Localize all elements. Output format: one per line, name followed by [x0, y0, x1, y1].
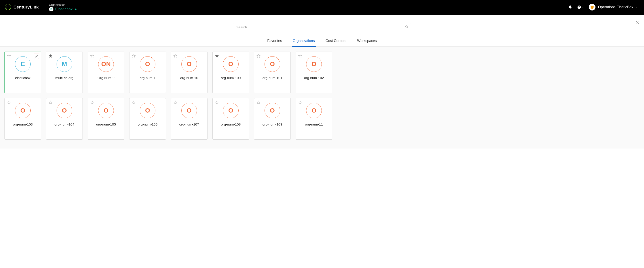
org-card-label: multi-cc-org: [56, 76, 74, 80]
tab-cost-centers[interactable]: Cost Centers: [325, 37, 347, 46]
svg-rect-7: [6, 8, 8, 10]
org-badge-icon: E: [49, 7, 54, 11]
org-card[interactable]: Oorg-num-1: [129, 52, 166, 93]
favorite-star-icon[interactable]: [90, 100, 94, 105]
org-card-label: org-num-10: [180, 76, 198, 80]
org-card[interactable]: ONOrg Num 0: [88, 52, 124, 93]
svg-rect-2: [10, 5, 11, 6]
org-card[interactable]: Mmulti-cc-org: [46, 52, 83, 93]
svg-rect-4: [10, 8, 11, 9]
org-avatar: M: [56, 56, 72, 72]
favorite-star-icon[interactable]: [48, 100, 52, 105]
org-card[interactable]: Eelasticbox: [4, 52, 41, 93]
org-avatar: O: [223, 103, 238, 118]
org-card[interactable]: Oorg-num-106: [129, 98, 166, 140]
svg-rect-10: [5, 5, 7, 6]
caret-down-icon: [636, 7, 638, 8]
favorite-star-icon[interactable]: [173, 54, 177, 59]
user-name: Operations ElasticBox: [598, 5, 633, 9]
tab-favorites[interactable]: Favorites: [267, 37, 282, 46]
favorite-star-icon[interactable]: [132, 54, 136, 59]
org-avatar: E: [15, 56, 31, 72]
org-avatar: O: [181, 56, 197, 72]
org-card[interactable]: Oorg-num-10: [171, 52, 208, 93]
org-avatar: O: [98, 103, 114, 118]
edit-button[interactable]: [34, 54, 39, 59]
svg-rect-1: [9, 4, 10, 6]
org-card[interactable]: Oorg-num-108: [212, 98, 249, 140]
org-card-label: org-num-103: [13, 122, 33, 126]
org-card-label: org-num-106: [138, 122, 158, 126]
org-row[interactable]: E Elasticbox: [49, 7, 76, 11]
favorite-star-icon[interactable]: [215, 54, 219, 59]
search-icon: [405, 25, 408, 29]
org-avatar: O: [306, 56, 322, 72]
brand-block: CenturyLink: [5, 4, 39, 10]
favorite-star-icon[interactable]: [298, 100, 302, 105]
help-icon[interactable]: ?: [577, 5, 584, 9]
org-avatar: ON: [98, 56, 114, 72]
close-button[interactable]: [635, 20, 640, 25]
notifications-icon[interactable]: [568, 5, 572, 9]
svg-rect-5: [9, 8, 10, 10]
org-grid: EelasticboxMmulti-cc-orgONOrg Num 0Oorg-…: [4, 52, 640, 140]
favorite-star-icon[interactable]: [48, 54, 52, 59]
brand-logo-icon: [5, 4, 11, 10]
user-menu[interactable]: Operations ElasticBox: [589, 4, 638, 10]
header-right: ? Operations ElasticBox: [568, 4, 638, 10]
grid-area: EelasticboxMmulti-cc-orgONOrg Num 0Oorg-…: [0, 47, 644, 149]
org-avatar: O: [56, 103, 72, 118]
org-card-label: elasticbox: [15, 76, 31, 80]
svg-rect-6: [8, 9, 8, 10]
org-card-label: org-num-107: [179, 122, 199, 126]
org-card[interactable]: Oorg-num-11: [296, 98, 332, 140]
org-card-label: org-num-101: [262, 76, 282, 80]
user-avatar-icon: [589, 4, 596, 10]
org-card-label: Org Num 0: [98, 76, 114, 80]
org-card-label: org-num-109: [262, 122, 282, 126]
favorite-star-icon[interactable]: [298, 54, 302, 59]
search-input[interactable]: [233, 23, 411, 31]
favorite-star-icon[interactable]: [132, 100, 136, 105]
org-card[interactable]: Oorg-num-102: [296, 52, 332, 93]
favorite-star-icon[interactable]: [90, 54, 94, 59]
tab-organizations[interactable]: Organizations: [292, 37, 315, 46]
org-name: Elasticbox: [55, 7, 72, 11]
org-avatar: O: [181, 103, 197, 118]
org-card-label: org-num-1: [140, 76, 156, 80]
org-card[interactable]: Oorg-num-100: [212, 52, 249, 93]
tab-workspaces[interactable]: Workspaces: [357, 37, 377, 46]
svg-rect-0: [8, 4, 8, 5]
org-card[interactable]: Oorg-num-105: [88, 98, 124, 140]
svg-text:?: ?: [578, 6, 580, 8]
org-avatar: O: [140, 56, 156, 72]
svg-rect-11: [6, 4, 8, 6]
app-header: CenturyLink Organization E Elasticbox ? …: [0, 0, 644, 15]
org-card-label: org-num-100: [221, 76, 241, 80]
org-card[interactable]: Oorg-num-103: [4, 98, 41, 140]
org-avatar: O: [264, 103, 280, 118]
org-card[interactable]: Oorg-num-107: [171, 98, 208, 140]
favorite-star-icon[interactable]: [7, 54, 11, 59]
org-avatar: O: [264, 56, 280, 72]
svg-rect-3: [10, 7, 11, 7]
top-area: FavoritesOrganizationsCost CentersWorksp…: [0, 15, 644, 47]
brand-name: CenturyLink: [14, 5, 39, 9]
favorite-star-icon[interactable]: [7, 100, 11, 105]
org-card[interactable]: Oorg-num-109: [254, 98, 291, 140]
svg-rect-9: [5, 7, 6, 7]
org-switcher[interactable]: Organization E Elasticbox: [49, 3, 76, 11]
org-card-label: org-num-11: [305, 122, 323, 126]
org-card[interactable]: Oorg-num-101: [254, 52, 291, 93]
org-avatar: O: [140, 103, 156, 118]
favorite-star-icon[interactable]: [215, 100, 219, 105]
org-card[interactable]: Oorg-num-104: [46, 98, 83, 140]
org-avatar: O: [15, 103, 31, 118]
org-card-label: org-num-104: [54, 122, 74, 126]
favorite-star-icon[interactable]: [173, 100, 177, 105]
favorite-star-icon[interactable]: [256, 100, 260, 105]
org-card-label: org-num-102: [304, 76, 324, 80]
svg-rect-8: [5, 8, 7, 9]
favorite-star-icon[interactable]: [256, 54, 260, 59]
org-avatar: O: [306, 103, 322, 118]
